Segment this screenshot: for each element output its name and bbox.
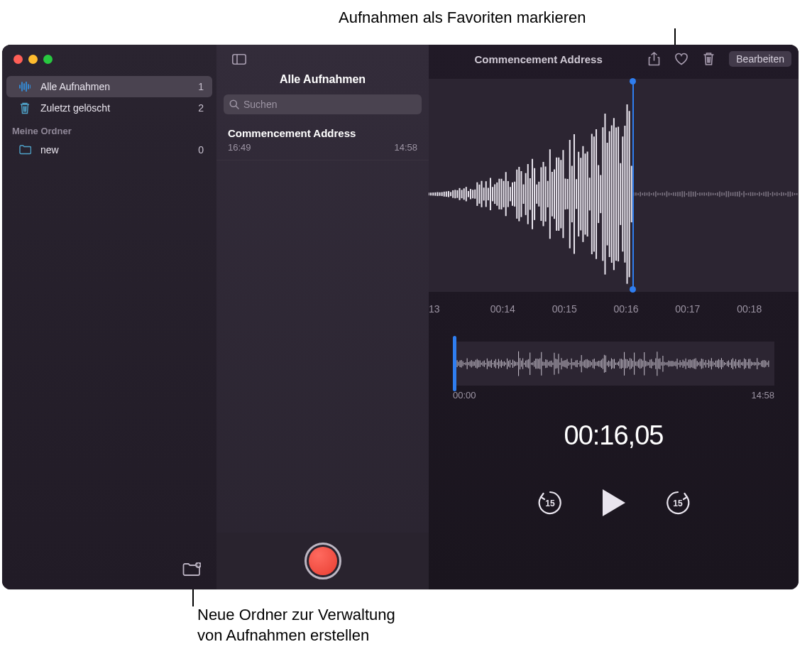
rewind-15-button[interactable]: 15 <box>537 490 563 516</box>
sidebar-item-label: new <box>40 144 198 156</box>
sidebar-item-deleted[interactable]: Zuletzt gelöscht 2 <box>6 97 212 119</box>
close-window-button[interactable] <box>13 55 23 64</box>
favorite-button[interactable] <box>674 53 688 65</box>
sidebar: Alle Aufnahmen 1 Zuletzt gelöscht 2 Mein… <box>2 45 216 589</box>
share-button[interactable] <box>648 52 660 66</box>
callout-favorite-label: Aufnahmen als Favoriten markieren <box>339 9 586 27</box>
zoom-window-button[interactable] <box>43 55 53 64</box>
search-placeholder: Suchen <box>243 99 277 110</box>
sidebar-section-header: Meine Ordner <box>2 119 216 139</box>
overview-scrubber[interactable] <box>453 342 774 386</box>
overview-start: 00:00 <box>453 390 476 401</box>
svg-text:15: 15 <box>673 499 683 508</box>
svg-line-15 <box>236 107 239 109</box>
svg-rect-12 <box>233 54 246 63</box>
waveform-icon <box>19 82 33 92</box>
time-ruler: 13 00:14 00:15 00:16 00:17 00:18 <box>429 299 799 325</box>
new-folder-button[interactable] <box>182 562 201 578</box>
search-icon <box>229 99 239 109</box>
sidebar-item-all[interactable]: Alle Aufnahmen 1 <box>6 76 212 97</box>
play-button[interactable] <box>603 489 625 516</box>
play-icon <box>603 489 625 516</box>
recording-name: Commencement Address <box>228 127 417 139</box>
voice-memos-window: Alle Aufnahmen 1 Zuletzt gelöscht 2 Mein… <box>2 45 799 589</box>
forward-15-button[interactable]: 15 <box>665 490 691 516</box>
callout-folder-label: Neue Ordner zur Verwaltung von Aufnahmen… <box>197 605 395 646</box>
edit-button[interactable]: Bearbeiten <box>729 51 791 67</box>
detail-panel: Commencement Address Bearbeiten <box>429 45 799 589</box>
overview-handle[interactable] <box>453 336 456 391</box>
minimize-window-button[interactable] <box>28 55 38 64</box>
sidebar-item-label: Alle Aufnahmen <box>40 81 198 92</box>
sidebar-item-count: 2 <box>198 102 204 114</box>
sidebar-item-count: 1 <box>198 81 204 92</box>
recording-duration: 14:58 <box>394 142 417 153</box>
recording-item[interactable]: Commencement Address 16:49 14:58 <box>216 119 429 160</box>
trash-icon <box>19 102 33 114</box>
recording-time: 16:49 <box>228 142 251 153</box>
svg-line-16 <box>708 57 708 63</box>
toggle-sidebar-button[interactable] <box>216 54 246 65</box>
window-controls <box>2 45 53 73</box>
record-icon <box>309 547 337 575</box>
sidebar-item-label: Zuletzt gelöscht <box>40 102 198 114</box>
playhead[interactable] <box>632 79 634 292</box>
sidebar-item-count: 0 <box>198 144 204 156</box>
svg-line-18 <box>710 57 710 63</box>
timecode-display: 00:16,05 <box>429 420 799 451</box>
list-title: Alle Aufnahmen <box>216 73 429 94</box>
overview-end: 14:58 <box>751 390 774 401</box>
folder-icon <box>19 145 33 155</box>
recordings-list-panel: Alle Aufnahmen Suchen Commencement Addre… <box>216 45 429 589</box>
waveform-display[interactable] <box>429 79 799 292</box>
svg-text:15: 15 <box>545 499 555 508</box>
sidebar-item-folder[interactable]: new 0 <box>6 139 212 160</box>
page-title: Commencement Address <box>429 53 648 65</box>
search-input[interactable]: Suchen <box>224 94 422 114</box>
delete-button[interactable] <box>703 52 715 66</box>
record-button[interactable] <box>304 543 341 579</box>
